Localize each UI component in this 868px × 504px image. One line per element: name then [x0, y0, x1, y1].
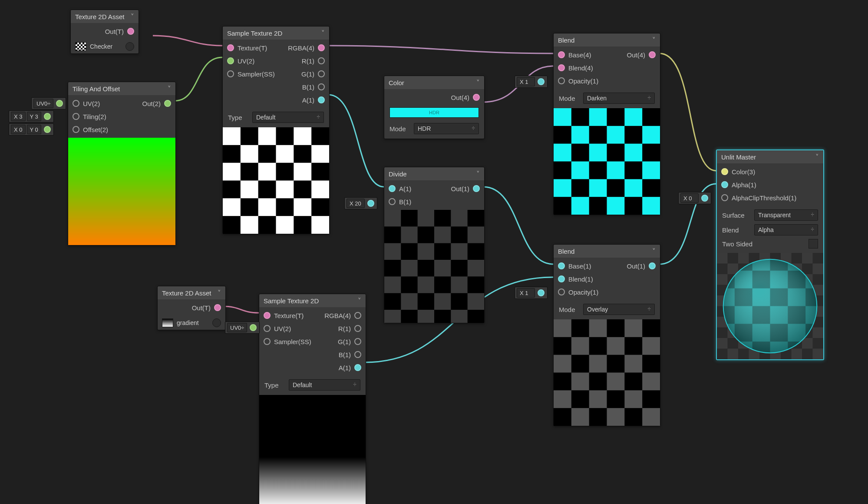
- preview-checker-bw: [223, 127, 329, 234]
- node-header[interactable]: Texture 2D Asset ˅: [71, 10, 139, 23]
- port-out-rgba[interactable]: [318, 44, 325, 51]
- inline-default-uv-sample2[interactable]: UV0÷: [225, 322, 260, 334]
- chevron-down-icon[interactable]: ˅: [168, 85, 171, 93]
- blend-mode-dropdown[interactable]: Overlay: [583, 304, 655, 315]
- chevron-down-icon[interactable]: ˅: [321, 29, 325, 37]
- preview-material-sphere: [717, 253, 823, 359]
- node-header[interactable]: Unlit Master ˅: [717, 150, 823, 163]
- preview-blend-overlay: [554, 319, 660, 426]
- port-in-blend[interactable]: [558, 64, 565, 71]
- port-in-uv[interactable]: [227, 57, 234, 64]
- port-in-base[interactable]: [558, 51, 565, 58]
- node-header[interactable]: Blend ˅: [554, 33, 660, 46]
- node-sample-texture2d-2[interactable]: Sample Texture 2D ˅ Texture(T)RGBA(4) UV…: [259, 294, 366, 504]
- preview-gradient: [259, 395, 366, 504]
- color-mode-dropdown[interactable]: HDR: [414, 123, 479, 134]
- node-blend-overlay[interactable]: Blend ˅ Base(1)Out(1) Blend(1) Opacity(1…: [553, 244, 660, 426]
- port-out[interactable]: [473, 185, 480, 192]
- port-in-opacity[interactable]: [558, 288, 565, 295]
- port-in-alphaclip[interactable]: [721, 194, 728, 201]
- inline-default-uv[interactable]: UV0÷: [31, 97, 66, 109]
- port-out-texture[interactable]: [127, 28, 134, 35]
- color-swatch[interactable]: HDR: [389, 107, 479, 118]
- port-in-opacity[interactable]: [558, 77, 565, 84]
- port-in-texture[interactable]: [227, 44, 234, 51]
- port-out-r[interactable]: [318, 57, 325, 64]
- chevron-down-icon[interactable]: ˅: [358, 297, 361, 305]
- texture-picker[interactable]: Checker: [71, 40, 139, 53]
- port-in-a[interactable]: [389, 185, 396, 192]
- preview-divide: [384, 210, 484, 323]
- node-header[interactable]: Sample Texture 2D ˅: [259, 294, 366, 307]
- node-header[interactable]: Blend ˅: [554, 245, 660, 258]
- node-color[interactable]: Color ˅ Out(4) HDR ModeHDR: [384, 76, 485, 139]
- port-out-g[interactable]: [354, 338, 361, 345]
- port-out-a[interactable]: [318, 96, 325, 103]
- inline-default-alphaclip[interactable]: X 0: [678, 192, 711, 204]
- port-in-alpha[interactable]: [721, 181, 728, 188]
- gradient-swatch-icon: [162, 318, 173, 327]
- chevron-down-icon[interactable]: ˅: [652, 36, 656, 44]
- node-header[interactable]: Sample Texture 2D ˅: [223, 27, 329, 40]
- chevron-down-icon[interactable]: ˅: [815, 153, 819, 161]
- blend-mode-dropdown[interactable]: Darken: [583, 93, 655, 104]
- object-picker-icon[interactable]: [125, 42, 134, 51]
- node-header[interactable]: Divide ˅: [384, 167, 484, 180]
- preview-blend-darken: [554, 108, 660, 215]
- inline-default-divide-b[interactable]: X 20: [344, 197, 377, 209]
- master-blend-dropdown[interactable]: Alpha: [754, 224, 818, 235]
- node-blend-darken[interactable]: Blend ˅ Base(4)Out(4) Blend(4) Opacity(1…: [553, 33, 660, 215]
- node-divide[interactable]: Divide ˅ A(1)Out(1) B(1): [384, 167, 485, 323]
- port-in-uv[interactable]: [73, 100, 79, 107]
- port-in-base[interactable]: [558, 262, 565, 269]
- inline-default-opacity-1[interactable]: X 1: [515, 76, 548, 88]
- node-texture2d-asset-1[interactable]: Texture 2D Asset ˅ Out(T) Checker: [70, 10, 139, 54]
- object-picker-icon[interactable]: [212, 318, 221, 327]
- two-sided-checkbox[interactable]: [809, 239, 818, 249]
- port-in-blend[interactable]: [558, 275, 565, 282]
- node-unlit-master[interactable]: Unlit Master ˅ Color(3) Alpha(1) AlphaCl…: [716, 149, 824, 360]
- node-header[interactable]: Tiling And Offset ˅: [68, 82, 175, 95]
- surface-dropdown[interactable]: Transparent: [754, 209, 818, 221]
- chevron-down-icon[interactable]: ˅: [131, 13, 134, 20]
- port-out-texture[interactable]: [214, 304, 221, 311]
- port-in-color[interactable]: [721, 168, 728, 175]
- port-out-rgba[interactable]: [354, 312, 361, 319]
- port-in-tiling[interactable]: [73, 113, 79, 120]
- port-out[interactable]: [649, 262, 656, 269]
- inline-default-opacity-2[interactable]: X 1: [515, 287, 548, 299]
- chevron-down-icon[interactable]: ˅: [476, 170, 480, 178]
- node-header[interactable]: Texture 2D Asset ˅: [158, 286, 225, 299]
- port-in-sampler[interactable]: [227, 70, 234, 77]
- port-out[interactable]: [649, 51, 656, 58]
- node-tiling-and-offset[interactable]: Tiling And Offset ˅ UV(2) Out(2) Tiling(…: [68, 82, 176, 245]
- chevron-down-icon[interactable]: ˅: [652, 247, 656, 255]
- preview-uv-gradient: [68, 138, 175, 245]
- port-in-sampler[interactable]: [264, 338, 271, 345]
- inline-default-tiling[interactable]: X 3Y 3: [9, 110, 54, 123]
- node-sample-texture2d-1[interactable]: Sample Texture 2D ˅ Texture(T)RGBA(4) UV…: [222, 26, 330, 234]
- checker-swatch-icon: [75, 42, 86, 51]
- type-dropdown[interactable]: Default: [252, 112, 324, 123]
- port-out[interactable]: [164, 100, 171, 107]
- port-out-r[interactable]: [354, 325, 361, 332]
- node-header[interactable]: Color ˅: [384, 76, 484, 89]
- port-out-a[interactable]: [354, 364, 361, 371]
- type-dropdown[interactable]: Default: [289, 379, 360, 391]
- port-out-b[interactable]: [354, 351, 361, 358]
- chevron-down-icon[interactable]: ˅: [476, 79, 480, 86]
- texture-picker[interactable]: gradient: [158, 316, 225, 330]
- node-texture2d-asset-2[interactable]: Texture 2D Asset ˅ Out(T) gradient: [157, 286, 226, 330]
- port-out-g[interactable]: [318, 70, 325, 77]
- port-in-texture[interactable]: [264, 312, 271, 319]
- port-out-b[interactable]: [318, 83, 325, 90]
- port-in-b[interactable]: [389, 198, 396, 205]
- port-in-offset[interactable]: [73, 126, 79, 133]
- chevron-down-icon[interactable]: ˅: [218, 289, 221, 297]
- port-in-uv[interactable]: [264, 325, 271, 332]
- inline-default-offset[interactable]: X 0Y 0: [9, 123, 54, 136]
- port-out-color[interactable]: [473, 94, 480, 101]
